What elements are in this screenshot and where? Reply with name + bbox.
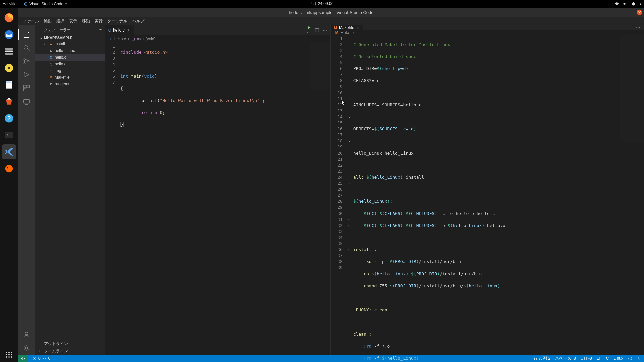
activity-debug-icon[interactable]	[18, 68, 35, 81]
menu-edit[interactable]: 編集	[41, 18, 54, 24]
svg-rect-36	[315, 28, 317, 32]
clock[interactable]: 4月 24 09:06	[311, 1, 334, 7]
window-title: hello.c - mkappsample - Visual Studio Co…	[289, 10, 374, 15]
svg-point-20	[6, 356, 7, 358]
minimap[interactable]	[620, 35, 644, 142]
tab-hello-c[interactable]: C hello.c ✕	[105, 25, 134, 35]
menu-help[interactable]: ヘルプ	[130, 18, 147, 24]
line-gutter: 1234567891011121314151617181920212223242…	[331, 35, 347, 362]
activity-settings-icon[interactable]	[18, 341, 35, 355]
tree-folder-install[interactable]: ›▸install	[35, 41, 105, 47]
window-maximize-button[interactable]: ▫	[628, 10, 633, 15]
svg-line-24	[28, 49, 30, 51]
tree-file-hello-c[interactable]: Chello.c	[35, 54, 105, 61]
tab-makefile[interactable]: M Makefile ✕	[331, 25, 363, 30]
window-titlebar: hello.c - mkappsample - Visual Studio Co…	[18, 8, 644, 17]
fold-column[interactable]: ⌄⌄⌄⌄⌄⌄	[347, 35, 352, 362]
svg-rect-30	[27, 85, 29, 88]
svg-point-23	[24, 46, 28, 49]
dock-rhythmbox[interactable]	[2, 61, 16, 75]
power-icon[interactable]	[631, 2, 636, 6]
svg-point-28	[24, 72, 25, 73]
svg-text:>_: >_	[7, 133, 11, 137]
minimap[interactable]	[310, 43, 330, 89]
file-tree: ›▸install ⚙hello_Linux Chello.c ⬡hello.o…	[35, 41, 105, 89]
tree-file-makefile[interactable]: MMakefile	[35, 74, 105, 81]
tree-file-hello-linux[interactable]: ⚙hello_Linux	[35, 47, 105, 54]
editor-right[interactable]: 1234567891011121314151617181920212223242…	[331, 35, 644, 362]
tab-bar-right: M Makefile ✕ ⋯	[331, 25, 644, 30]
activity-extensions-icon[interactable]	[18, 81, 35, 95]
menu-terminal[interactable]: ターミナル	[105, 18, 130, 24]
activity-remote-icon[interactable]	[18, 95, 35, 108]
volume-icon[interactable]	[623, 2, 627, 6]
dock-libreoffice[interactable]	[2, 77, 16, 92]
svg-point-35	[25, 347, 28, 349]
sidebar-outline[interactable]: ›アウトライン	[35, 340, 105, 347]
svg-point-17	[6, 354, 7, 355]
gnome-top-bar: Activities Visual Studio Code ▾ 4月 24 09…	[0, 0, 644, 8]
window-minimize-button[interactable]: —	[619, 10, 625, 15]
dock-vscode[interactable]	[2, 144, 16, 159]
tree-file-runqemu[interactable]: ⚙runqemu	[35, 81, 105, 87]
code-content[interactable]: # Generated Makefile for "hello-Linux" #…	[352, 35, 644, 362]
svg-rect-3	[5, 51, 13, 52]
sidebar-more-icon[interactable]: ⋯	[99, 28, 103, 32]
svg-point-22	[11, 356, 12, 358]
dock-show-apps[interactable]	[2, 347, 16, 362]
svg-point-34	[25, 332, 28, 335]
editor-more-icon[interactable]: ⋯	[323, 28, 327, 33]
svg-text:?: ?	[7, 115, 11, 122]
svg-rect-31	[24, 88, 26, 91]
svg-rect-32	[24, 100, 30, 103]
activity-explorer-icon[interactable]	[18, 28, 35, 41]
tree-file-img[interactable]: ▫img	[35, 67, 105, 74]
tab-close-icon[interactable]: ✕	[356, 25, 360, 30]
svg-point-16	[11, 352, 12, 353]
dock-help[interactable]: ?	[2, 111, 16, 126]
status-problems[interactable]: 0 0	[32, 356, 50, 361]
editor-more-icon[interactable]: ⋯	[636, 25, 640, 30]
menu-selection[interactable]: 選択	[54, 18, 67, 24]
dock-thunderbird[interactable]	[2, 27, 16, 42]
window-close-button[interactable]: ✕	[637, 10, 642, 15]
dock-files[interactable]	[2, 44, 16, 59]
dock-qemu[interactable]	[2, 161, 16, 176]
dock-terminal[interactable]: >_	[2, 128, 16, 142]
sidebar-timeline[interactable]: ›タイムライン	[35, 347, 105, 355]
dock-firefox[interactable]	[2, 10, 16, 25]
svg-point-12	[5, 165, 13, 173]
line-gutter: 1234567	[105, 43, 119, 355]
activity-bar	[18, 25, 35, 355]
editor-left[interactable]: 1234567 #include <stdio.h> int main(void…	[105, 43, 330, 355]
svg-rect-2	[5, 48, 13, 50]
activity-account-icon[interactable]	[18, 328, 35, 341]
svg-point-15	[8, 352, 10, 353]
tab-close-icon[interactable]: ✕	[127, 28, 130, 33]
remote-indicator[interactable]	[18, 355, 28, 362]
svg-point-14	[6, 352, 7, 353]
sidebar-title: エクスプローラー	[40, 27, 71, 33]
split-editor-icon[interactable]	[315, 28, 319, 33]
active-app-menu[interactable]: Visual Studio Code ▾	[22, 2, 67, 6]
project-root[interactable]: ⌄MKAPPSAMPLE	[35, 35, 105, 41]
dock-software[interactable]	[2, 94, 16, 109]
activity-search-icon[interactable]	[18, 41, 35, 55]
vscode-window: hello.c - mkappsample - Visual Studio Co…	[18, 8, 644, 362]
svg-point-26	[24, 62, 25, 64]
activity-scm-icon[interactable]	[18, 55, 35, 68]
breadcrumb-left[interactable]: Chello.c › ⊡main(void)	[105, 35, 330, 43]
menu-run[interactable]: 実行	[92, 18, 105, 24]
activities-button[interactable]: Activities	[3, 2, 18, 6]
menu-file[interactable]: ファイル	[20, 18, 41, 24]
menu-go[interactable]: 移動	[79, 18, 92, 24]
network-icon[interactable]	[614, 2, 619, 6]
run-button-icon[interactable]: ˅	[307, 25, 311, 35]
tree-file-hello-o[interactable]: ⬡hello.o	[35, 61, 105, 67]
svg-rect-37	[317, 28, 319, 32]
breadcrumb-right[interactable]: MMakefile	[331, 30, 644, 35]
code-content[interactable]: #include <stdio.h> int main(void) { prin…	[119, 43, 330, 355]
gnome-dock: ? >_	[0, 8, 18, 362]
menu-view[interactable]: 表示	[67, 18, 79, 24]
system-tray[interactable]: ▾	[614, 2, 641, 6]
